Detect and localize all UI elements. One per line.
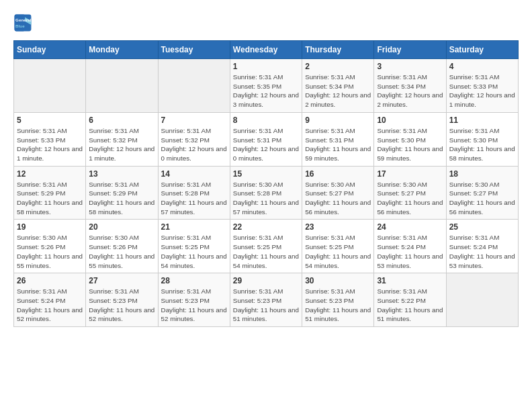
day-number: 8: [233, 116, 299, 125]
calendar-cell: 7Sunrise: 5:31 AM Sunset: 5:32 PM Daylig…: [158, 112, 230, 166]
calendar-cell: 30Sunrise: 5:31 AM Sunset: 5:23 PM Dayli…: [302, 273, 374, 327]
calendar-cell: 6Sunrise: 5:31 AM Sunset: 5:32 PM Daylig…: [86, 112, 158, 166]
day-number: 10: [377, 116, 443, 125]
day-number: 19: [17, 222, 83, 232]
calendar-cell: [158, 59, 230, 113]
calendar-week-5: 26Sunrise: 5:31 AM Sunset: 5:24 PM Dayli…: [14, 273, 519, 327]
calendar-cell: 14Sunrise: 5:31 AM Sunset: 5:28 PM Dayli…: [158, 166, 230, 220]
day-number: 4: [449, 62, 515, 71]
day-info: Sunrise: 5:31 AM Sunset: 5:32 PM Dayligh…: [89, 126, 154, 163]
day-number: 14: [161, 169, 227, 179]
day-info: Sunrise: 5:31 AM Sunset: 5:31 PM Dayligh…: [233, 126, 299, 163]
calendar-cell: 22Sunrise: 5:31 AM Sunset: 5:25 PM Dayli…: [230, 220, 302, 273]
day-number: 29: [233, 276, 299, 285]
day-number: 1: [233, 62, 299, 71]
calendar-cell: 3Sunrise: 5:31 AM Sunset: 5:34 PM Daylig…: [374, 59, 446, 113]
day-info: Sunrise: 5:31 AM Sunset: 5:35 PM Dayligh…: [233, 73, 299, 109]
day-info: Sunrise: 5:30 AM Sunset: 5:26 PM Dayligh…: [17, 233, 83, 270]
day-number: 22: [233, 222, 299, 232]
calendar-cell: 15Sunrise: 5:30 AM Sunset: 5:28 PM Dayli…: [230, 166, 302, 220]
calendar-cell: 20Sunrise: 5:30 AM Sunset: 5:26 PM Dayli…: [86, 220, 158, 273]
day-info: Sunrise: 5:31 AM Sunset: 5:23 PM Dayligh…: [233, 287, 299, 324]
calendar-cell: 17Sunrise: 5:30 AM Sunset: 5:27 PM Dayli…: [374, 166, 446, 220]
day-info: Sunrise: 5:31 AM Sunset: 5:29 PM Dayligh…: [89, 180, 154, 217]
day-info: Sunrise: 5:31 AM Sunset: 5:23 PM Dayligh…: [305, 287, 371, 324]
header-tuesday: Tuesday: [158, 41, 230, 59]
day-info: Sunrise: 5:30 AM Sunset: 5:27 PM Dayligh…: [305, 180, 371, 217]
day-info: Sunrise: 5:31 AM Sunset: 5:22 PM Dayligh…: [377, 287, 443, 324]
calendar-week-2: 5Sunrise: 5:31 AM Sunset: 5:33 PM Daylig…: [14, 112, 519, 166]
calendar-cell: [14, 59, 86, 113]
calendar-cell: 2Sunrise: 5:31 AM Sunset: 5:34 PM Daylig…: [302, 59, 374, 113]
day-number: 11: [449, 116, 515, 125]
calendar-cell: 8Sunrise: 5:31 AM Sunset: 5:31 PM Daylig…: [230, 112, 302, 166]
day-number: 30: [305, 276, 371, 285]
header-wednesday: Wednesday: [230, 41, 302, 59]
header-monday: Monday: [86, 41, 158, 59]
calendar-header: SundayMondayTuesdayWednesdayThursdayFrid…: [14, 41, 519, 59]
day-number: 3: [377, 62, 443, 71]
day-info: Sunrise: 5:30 AM Sunset: 5:27 PM Dayligh…: [449, 180, 515, 217]
top-row: General Blue: [13, 13, 519, 35]
day-info: Sunrise: 5:31 AM Sunset: 5:25 PM Dayligh…: [305, 233, 371, 270]
calendar-cell: 26Sunrise: 5:31 AM Sunset: 5:24 PM Dayli…: [14, 273, 86, 327]
calendar-cell: 4Sunrise: 5:31 AM Sunset: 5:33 PM Daylig…: [446, 59, 518, 113]
calendar-cell: 5Sunrise: 5:31 AM Sunset: 5:33 PM Daylig…: [14, 112, 86, 166]
calendar-cell: [446, 273, 518, 327]
day-number: 21: [161, 222, 227, 232]
logo-icon: General Blue: [13, 13, 32, 32]
logo: General Blue: [13, 13, 35, 32]
day-number: 27: [89, 276, 154, 285]
calendar-cell: 28Sunrise: 5:31 AM Sunset: 5:23 PM Dayli…: [158, 273, 230, 327]
day-number: 23: [305, 222, 371, 232]
calendar-cell: 19Sunrise: 5:30 AM Sunset: 5:26 PM Dayli…: [14, 220, 86, 273]
calendar-cell: 21Sunrise: 5:31 AM Sunset: 5:25 PM Dayli…: [158, 220, 230, 273]
day-number: 20: [89, 222, 154, 232]
day-info: Sunrise: 5:31 AM Sunset: 5:30 PM Dayligh…: [377, 126, 443, 163]
day-info: Sunrise: 5:30 AM Sunset: 5:28 PM Dayligh…: [233, 180, 299, 217]
day-info: Sunrise: 5:31 AM Sunset: 5:30 PM Dayligh…: [449, 126, 515, 163]
calendar-cell: 9Sunrise: 5:31 AM Sunset: 5:31 PM Daylig…: [302, 112, 374, 166]
day-info: Sunrise: 5:31 AM Sunset: 5:32 PM Dayligh…: [161, 126, 227, 163]
day-number: 6: [89, 116, 154, 125]
day-info: Sunrise: 5:31 AM Sunset: 5:31 PM Dayligh…: [305, 126, 371, 163]
calendar-cell: 24Sunrise: 5:31 AM Sunset: 5:24 PM Dayli…: [374, 220, 446, 273]
calendar-cell: 25Sunrise: 5:31 AM Sunset: 5:24 PM Dayli…: [446, 220, 518, 273]
header-friday: Friday: [374, 41, 446, 59]
calendar-cell: 1Sunrise: 5:31 AM Sunset: 5:35 PM Daylig…: [230, 59, 302, 113]
day-info: Sunrise: 5:31 AM Sunset: 5:23 PM Dayligh…: [161, 287, 227, 324]
svg-text:General: General: [15, 17, 31, 22]
calendar-cell: 27Sunrise: 5:31 AM Sunset: 5:23 PM Dayli…: [86, 273, 158, 327]
calendar-cell: [86, 59, 158, 113]
day-number: 15: [233, 169, 299, 179]
day-number: 17: [377, 169, 443, 179]
calendar-body: 1Sunrise: 5:31 AM Sunset: 5:35 PM Daylig…: [14, 59, 519, 327]
svg-rect-2: [15, 15, 26, 32]
day-number: 9: [305, 116, 371, 125]
svg-text:Blue: Blue: [15, 24, 25, 28]
day-number: 26: [17, 276, 83, 285]
day-number: 13: [89, 169, 154, 179]
day-number: 25: [449, 222, 515, 232]
calendar-cell: 11Sunrise: 5:31 AM Sunset: 5:30 PM Dayli…: [446, 112, 518, 166]
calendar-cell: 18Sunrise: 5:30 AM Sunset: 5:27 PM Dayli…: [446, 166, 518, 220]
calendar-cell: 13Sunrise: 5:31 AM Sunset: 5:29 PM Dayli…: [86, 166, 158, 220]
day-number: 5: [17, 116, 83, 125]
day-number: 18: [449, 169, 515, 179]
day-info: Sunrise: 5:30 AM Sunset: 5:27 PM Dayligh…: [377, 180, 443, 217]
day-info: Sunrise: 5:31 AM Sunset: 5:24 PM Dayligh…: [449, 233, 515, 270]
calendar-cell: 12Sunrise: 5:31 AM Sunset: 5:29 PM Dayli…: [14, 166, 86, 220]
day-info: Sunrise: 5:31 AM Sunset: 5:23 PM Dayligh…: [89, 287, 154, 324]
header-saturday: Saturday: [446, 41, 518, 59]
calendar-table: SundayMondayTuesdayWednesdayThursdayFrid…: [13, 40, 519, 327]
header-thursday: Thursday: [302, 41, 374, 59]
day-info: Sunrise: 5:31 AM Sunset: 5:25 PM Dayligh…: [233, 233, 299, 270]
day-number: 28: [161, 276, 227, 285]
day-number: 31: [377, 276, 443, 285]
calendar-cell: 10Sunrise: 5:31 AM Sunset: 5:30 PM Dayli…: [374, 112, 446, 166]
calendar-cell: 16Sunrise: 5:30 AM Sunset: 5:27 PM Dayli…: [302, 166, 374, 220]
day-info: Sunrise: 5:31 AM Sunset: 5:34 PM Dayligh…: [305, 73, 371, 109]
day-info: Sunrise: 5:31 AM Sunset: 5:33 PM Dayligh…: [17, 126, 83, 163]
day-info: Sunrise: 5:31 AM Sunset: 5:24 PM Dayligh…: [17, 287, 83, 324]
day-info: Sunrise: 5:31 AM Sunset: 5:33 PM Dayligh…: [449, 73, 515, 109]
